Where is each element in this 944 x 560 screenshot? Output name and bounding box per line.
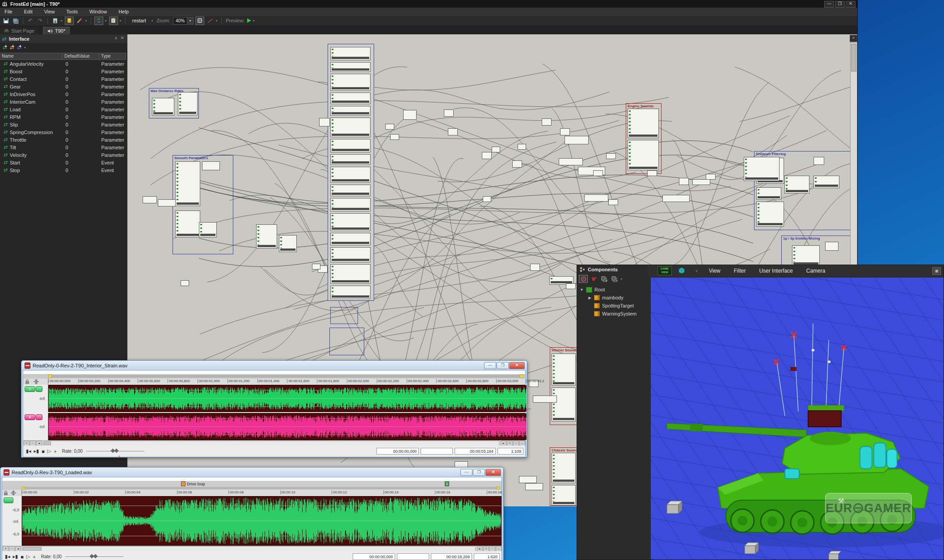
menu-file[interactable]: File: [4, 9, 13, 14]
graph-node[interactable]: [679, 178, 689, 185]
graph-node[interactable]: [530, 264, 540, 271]
interface-row[interactable]: ⇄Contact0Parameter: [0, 75, 127, 83]
add-event-button[interactable]: ⇄+: [17, 45, 21, 50]
preview-play-icon[interactable]: [247, 18, 251, 23]
title-bar[interactable]: FrostEd [main] - T90* — ❐ ✕: [0, 0, 857, 8]
graph-node[interactable]: [279, 235, 297, 252]
interface-row[interactable]: ⇄Start0Event: [0, 159, 127, 166]
redo-icon[interactable]: ↷: [36, 17, 44, 25]
column-header[interactable]: DefaultValue: [63, 53, 99, 60]
interface-row[interactable]: ⇄AngularVelocity0Parameter: [0, 60, 127, 67]
interface-row[interactable]: ⇄Velocity0Parameter: [0, 151, 127, 159]
interface-row[interactable]: ⇄InDriverPos0Parameter: [0, 90, 127, 98]
graph-node[interactable]: [606, 153, 616, 159]
tab-start-page[interactable]: Start Page: [0, 27, 38, 34]
graph-node[interactable]: [525, 483, 543, 490]
tools-dropdown-icon[interactable]: ▼: [620, 278, 623, 281]
view-dropdown-icon[interactable]: ▼: [695, 269, 698, 273]
graph-node[interactable]: [175, 211, 200, 237]
graph-node[interactable]: [560, 128, 570, 135]
graph-node[interactable]: [330, 139, 371, 152]
graph-node[interactable]: [330, 167, 371, 183]
interface-row[interactable]: ⇄InteriorCam0Parameter: [0, 98, 127, 105]
skip-end-button[interactable]: ▸▮: [34, 448, 39, 454]
audio2-close-button[interactable]: ✕: [485, 469, 501, 476]
interface-row[interactable]: ⇄Tilt0Parameter: [0, 143, 127, 151]
collapse-icon[interactable]: ∧: [114, 35, 118, 40]
graph-node[interactable]: [330, 47, 371, 60]
graph-node[interactable]: [256, 224, 277, 248]
graph-node[interactable]: [390, 134, 399, 140]
graph-node[interactable]: [813, 176, 839, 188]
graph-node[interactable]: [519, 476, 537, 483]
interface-row[interactable]: ⇄Slip0Parameter: [0, 121, 127, 128]
channel2-toggle[interactable]: [36, 414, 42, 420]
expand-icon[interactable]: ▼: [580, 288, 584, 292]
graph-node[interactable]: [330, 93, 371, 104]
minimize-button[interactable]: —: [824, 1, 834, 8]
graph-node[interactable]: [552, 453, 576, 483]
components-header[interactable]: Components: [577, 265, 648, 274]
interface-panel-header[interactable]: ⇄ Interface ∧ ✕: [0, 34, 127, 43]
graph-node[interactable]: [385, 124, 394, 130]
graph-node[interactable]: [566, 283, 576, 289]
graph-node[interactable]: [178, 92, 198, 115]
graph-node[interactable]: [744, 157, 780, 181]
graph-node[interactable]: [158, 199, 176, 206]
stop-button[interactable]: ■: [21, 554, 24, 560]
audio1-minimize-button[interactable]: —: [484, 362, 496, 369]
audio2-channel-badge[interactable]: [4, 497, 13, 503]
audio1-ch1-waveform[interactable]: [48, 385, 525, 412]
graph-node[interactable]: [647, 170, 657, 176]
play-button[interactable]: ▷: [26, 554, 30, 560]
graph-node[interactable]: [542, 118, 552, 126]
graph-node[interactable]: [448, 128, 458, 135]
audio1-title-bar[interactable]: ReadOnly-0-Rev-2-T90_Interior_Strain.wav…: [21, 361, 527, 370]
graph-node[interactable]: [593, 170, 603, 176]
graph-group[interactable]: [329, 328, 364, 355]
expand-icon[interactable]: ▶: [588, 296, 592, 300]
audio2-waveform[interactable]: [22, 496, 502, 546]
audio1-ch2-waveform[interactable]: [48, 413, 525, 440]
graph-node[interactable]: [692, 179, 710, 185]
graph-node[interactable]: [756, 187, 781, 200]
audio1-close-button[interactable]: ✕: [509, 362, 525, 369]
skip-end-button[interactable]: ▸▮: [13, 554, 18, 560]
lock-icon[interactable]: [25, 379, 30, 384]
graph-node[interactable]: [444, 109, 454, 117]
graph-node[interactable]: [512, 160, 522, 168]
graph-node[interactable]: [483, 196, 491, 202]
frame-icon[interactable]: [195, 17, 204, 25]
graph-node[interactable]: [559, 158, 583, 165]
audio2-minimize-button[interactable]: —: [460, 469, 472, 476]
swap-arrows-icon[interactable]: [94, 17, 103, 25]
lock-icon[interactable]: [3, 490, 8, 496]
graph-node[interactable]: [202, 161, 220, 170]
restart-button[interactable]: restart: [129, 17, 150, 24]
audio2-title-bar[interactable]: ReadOnly-0-Rev-3-T90_Loaded.wav — ❐ ✕: [0, 467, 503, 477]
menu-tools[interactable]: Tools: [66, 9, 78, 14]
graph-node[interactable]: [533, 396, 557, 403]
menu-edit[interactable]: Edit: [24, 9, 33, 14]
column-header[interactable]: Name: [0, 53, 63, 60]
audio2-ruler[interactable]: 00:00:0000:00:0200:00:0400:00:0600:00:08…: [2, 490, 502, 497]
channel2-badge[interactable]: 2: [25, 414, 35, 420]
graph-node[interactable]: [662, 195, 690, 202]
3d-viewport[interactable]: ⚒ EURGAMER: [651, 278, 944, 560]
graph-node[interactable]: [492, 147, 500, 152]
graph-node[interactable]: [152, 98, 174, 116]
interface-row[interactable]: ⇄Boost0Parameter: [0, 67, 127, 75]
audio2-maximize-button[interactable]: ❐: [473, 469, 485, 476]
zoom-combo[interactable]: 40% ▼: [173, 17, 194, 25]
tree-item-warningsystem[interactable]: WarningSystem: [580, 310, 647, 318]
graph-node[interactable]: [181, 280, 189, 286]
graph-node[interactable]: [552, 354, 576, 386]
graph-node[interactable]: [312, 264, 320, 269]
channel1-toggle[interactable]: [36, 386, 42, 392]
add-dropdown-icon[interactable]: ▼: [23, 46, 26, 49]
graph-node[interactable]: [330, 233, 371, 245]
graph-node[interactable]: [330, 154, 371, 165]
play-button[interactable]: ▷: [47, 448, 51, 454]
graph-node[interactable]: [403, 110, 417, 120]
graph-node[interactable]: [330, 62, 371, 72]
